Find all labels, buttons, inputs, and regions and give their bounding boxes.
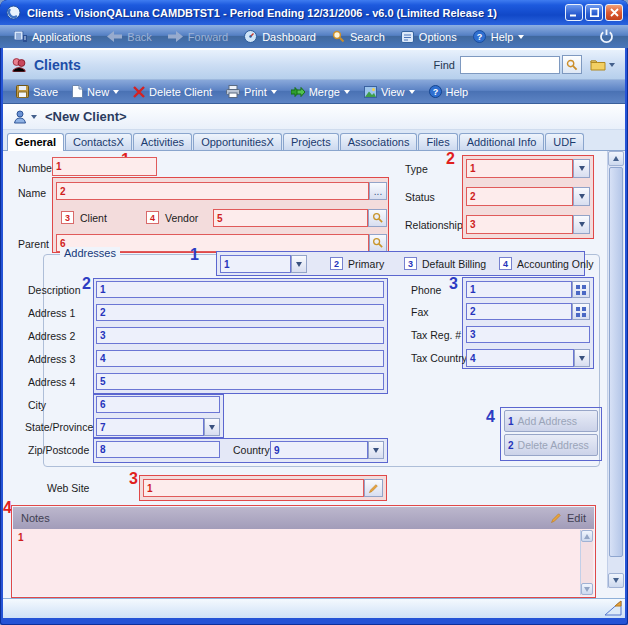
zip-field-callout: 8: [100, 444, 106, 455]
name-field-callout: 2: [60, 186, 66, 197]
tax-reg-field[interactable]: 3: [466, 326, 590, 343]
notes-scroll-up-button[interactable]: [581, 530, 593, 542]
page-title: Clients: [34, 57, 81, 73]
client-search-callout: 5: [217, 213, 223, 224]
address-selector-dropdown[interactable]: 1: [220, 255, 291, 273]
client-search-button[interactable]: [368, 209, 387, 227]
web-site-open-button[interactable]: [364, 479, 383, 497]
record-menu-button[interactable]: [13, 110, 37, 124]
address-selector-callout: 1: [224, 259, 230, 270]
form-scroll-up-button[interactable]: [608, 151, 624, 166]
tax-country-dropdown-button[interactable]: [574, 349, 590, 367]
print-button[interactable]: Print: [219, 81, 284, 103]
client-search-field[interactable]: 5: [213, 209, 368, 227]
city-field[interactable]: 6: [96, 396, 220, 413]
tab-activities[interactable]: Activities: [133, 133, 192, 150]
delete-address-callout: 2: [508, 440, 514, 451]
find-input[interactable]: [460, 56, 560, 74]
description-field[interactable]: 1: [96, 281, 384, 298]
tax-country-dropdown[interactable]: 4: [466, 349, 574, 367]
chevron-down-icon: [579, 166, 585, 171]
menu-back[interactable]: Back: [99, 25, 159, 48]
dashboard-icon: [244, 30, 257, 43]
address3-field[interactable]: 4: [96, 350, 384, 367]
accounting-only-checkbox[interactable]: 4: [499, 257, 512, 270]
delete-client-button[interactable]: Delete Client: [126, 81, 219, 103]
tab-files[interactable]: Files: [418, 133, 457, 150]
name-browse-button[interactable]: ...: [369, 182, 387, 200]
minimize-button[interactable]: [565, 4, 583, 21]
state-dropdown-button[interactable]: [204, 418, 220, 436]
notes-edit-button[interactable]: Edit: [550, 512, 586, 524]
close-button[interactable]: [605, 4, 623, 21]
menu-dashboard[interactable]: Dashboard: [236, 25, 324, 48]
tab-opportunitiesx[interactable]: OpportunitiesX: [193, 133, 282, 150]
menu-help[interactable]: ? Help: [465, 25, 533, 48]
saved-searches-button[interactable]: [587, 55, 617, 74]
new-document-icon: [72, 85, 83, 98]
tab-additional-info[interactable]: Additional Info: [459, 133, 545, 150]
menu-bar: Applications Back Forward Dashboard Sear…: [0, 25, 628, 48]
type-dropdown[interactable]: 1: [466, 159, 573, 178]
tab-contactsx[interactable]: ContactsX: [65, 133, 132, 150]
form-scrollbar-thumb[interactable]: [609, 167, 623, 557]
menu-applications[interactable]: Applications: [6, 25, 99, 48]
vendor-checkbox[interactable]: 4: [146, 211, 159, 224]
primary-checkbox[interactable]: 2: [330, 257, 343, 270]
client-checkbox[interactable]: 3: [61, 211, 74, 224]
name-field[interactable]: 2: [56, 182, 369, 200]
fax-dial-button[interactable]: [572, 303, 590, 320]
chevron-down-icon: [296, 262, 302, 267]
tab-strip: General ContactsX Activities Opportuniti…: [3, 130, 625, 151]
parent-search-button[interactable]: [369, 234, 387, 252]
notes-textarea[interactable]: 1: [13, 529, 594, 596]
address1-field[interactable]: 2: [96, 304, 384, 321]
record-menu-caret-icon: [31, 115, 37, 119]
relationship-dropdown[interactable]: 3: [466, 215, 573, 234]
form-scrollbar[interactable]: [607, 151, 624, 588]
tab-projects[interactable]: Projects: [283, 133, 339, 150]
tab-associations[interactable]: Associations: [340, 133, 418, 150]
notes-scroll-down-button[interactable]: [581, 583, 593, 595]
fax-label: Fax: [411, 306, 429, 318]
menu-options[interactable]: Options: [393, 25, 465, 48]
svg-text:?: ?: [477, 32, 483, 42]
delete-address-button[interactable]: 2 Delete Address: [504, 434, 598, 456]
zip-field[interactable]: 8: [96, 441, 220, 458]
menu-forward[interactable]: Forward: [160, 25, 236, 48]
form-scroll-down-button[interactable]: [608, 573, 624, 588]
find-button[interactable]: [562, 55, 582, 74]
save-button[interactable]: Save: [9, 81, 65, 103]
record-header: <New Client>: [3, 104, 625, 130]
phone-field[interactable]: 1: [466, 281, 572, 298]
view-button[interactable]: View: [357, 81, 422, 103]
menu-search[interactable]: Search: [324, 25, 393, 48]
default-billing-checkbox[interactable]: 3: [404, 257, 417, 270]
number-field[interactable]: 1: [52, 157, 157, 176]
status-dropdown-button[interactable]: [573, 187, 590, 206]
notes-scrollbar[interactable]: [580, 530, 593, 595]
tab-udf[interactable]: UDF: [545, 133, 584, 150]
add-address-button[interactable]: 1 Add Address: [504, 410, 598, 432]
address-selector-dropdown-button[interactable]: [291, 255, 307, 273]
maximize-button[interactable]: [585, 4, 603, 21]
relationship-dropdown-button[interactable]: [573, 215, 590, 234]
merge-button[interactable]: Merge: [284, 81, 357, 103]
new-button[interactable]: New: [65, 81, 126, 103]
state-dropdown[interactable]: 7: [96, 418, 204, 436]
type-dropdown-button[interactable]: [573, 159, 590, 178]
fax-field[interactable]: 2: [466, 303, 572, 320]
toolbar-help-button[interactable]: ? Help: [422, 81, 476, 103]
address4-field[interactable]: 5: [96, 373, 384, 390]
country-dropdown-button[interactable]: [368, 441, 384, 459]
callout-address-fields-group: 2: [82, 276, 91, 292]
tab-general[interactable]: General: [7, 133, 64, 151]
phone-dial-button[interactable]: [572, 281, 590, 298]
title-bar[interactable]: Clients - VisionQALuna CAMDBTST1 - Perio…: [0, 0, 628, 25]
status-dropdown[interactable]: 2: [466, 187, 573, 206]
resize-grip-icon[interactable]: [604, 600, 622, 616]
address2-field[interactable]: 3: [96, 327, 384, 344]
web-site-field[interactable]: 1: [143, 479, 364, 497]
logoff-button[interactable]: [591, 25, 622, 48]
country-dropdown[interactable]: 9: [270, 441, 368, 459]
